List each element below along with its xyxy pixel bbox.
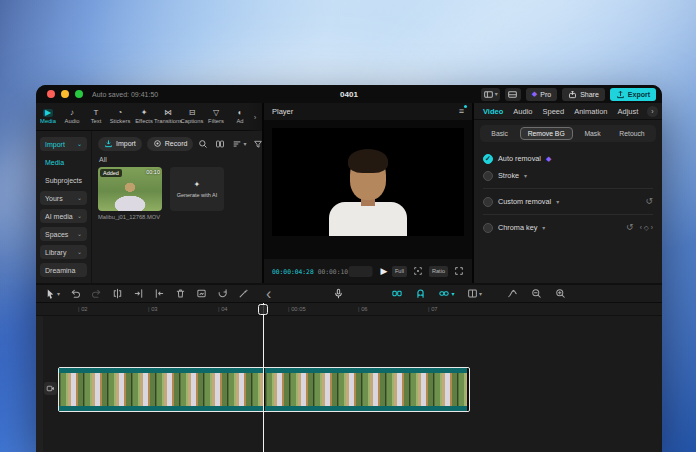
- zoom-out-button[interactable]: [528, 287, 545, 301]
- share-button[interactable]: Share: [562, 88, 605, 101]
- undo-button[interactable]: [67, 287, 84, 301]
- caret-down-icon[interactable]: ▾: [542, 224, 545, 231]
- inspector-subtab[interactable]: Mask: [577, 128, 607, 139]
- media-clip-thumbnail[interactable]: Added 00:10: [98, 167, 162, 211]
- delete-left-button[interactable]: [130, 287, 147, 301]
- custom-removal-checkbox[interactable]: [483, 197, 493, 207]
- pro-gem-icon: ◆: [532, 90, 537, 98]
- record-button[interactable]: Record: [147, 137, 194, 151]
- view-layout-icon[interactable]: [215, 139, 225, 149]
- ribbon-tab[interactable]: ◔ Stickers: [108, 103, 132, 130]
- track-toggle-button[interactable]: [44, 382, 57, 395]
- timeline-ruler[interactable]: 02030400:050607: [36, 303, 662, 316]
- inspector-tab[interactable]: Adjust: [618, 107, 639, 116]
- inspector-tab[interactable]: Audio: [513, 107, 532, 116]
- redo-button[interactable]: [88, 287, 105, 301]
- frame-step-controls[interactable]: [349, 266, 373, 277]
- quality-selector[interactable]: Full: [392, 266, 407, 277]
- zoom-in-button[interactable]: [552, 287, 569, 301]
- player-menu-button[interactable]: ≡: [459, 107, 464, 116]
- selected-video-clip-group[interactable]: [58, 367, 470, 412]
- ribbon-tab[interactable]: ▽ Filters: [204, 103, 228, 130]
- inspector-tabs-overflow-button[interactable]: ›: [647, 106, 658, 117]
- layout-preset-button[interactable]: ▾: [481, 88, 500, 101]
- close-button[interactable]: [47, 90, 55, 98]
- delete-button[interactable]: [172, 287, 189, 301]
- sidebar-item[interactable]: Import ⌄: [40, 137, 87, 151]
- sidebar-item[interactable]: Library ⌄: [40, 245, 87, 259]
- toolbar-collapse-button[interactable]: ‹: [266, 285, 271, 303]
- delete-right-button[interactable]: [151, 287, 168, 301]
- ribbon-tab[interactable]: ♪ Audio: [60, 103, 84, 130]
- snapping-toggle[interactable]: [412, 287, 429, 301]
- selection-corner-handle[interactable]: [272, 128, 278, 134]
- caret-down-icon[interactable]: ▾: [556, 198, 559, 205]
- reset-icon[interactable]: ↺: [626, 223, 634, 232]
- caret-down-icon: ⌄: [77, 213, 82, 219]
- inspector-subtab[interactable]: Basic: [484, 128, 515, 139]
- video-clip-right[interactable]: [265, 368, 467, 411]
- sort-button[interactable]: ▾: [232, 139, 246, 149]
- media-filter-all-label[interactable]: All: [99, 156, 267, 163]
- ripple-toggle[interactable]: [388, 287, 405, 301]
- inspector-subtab[interactable]: Remove BG: [520, 127, 573, 140]
- selection-corner-handle[interactable]: [272, 230, 278, 236]
- sidebar-item[interactable]: Subprojects ⌄: [40, 173, 87, 187]
- ratio-selector[interactable]: Ratio: [429, 266, 448, 277]
- zoom-button[interactable]: [75, 90, 83, 98]
- preview-axis-toggle[interactable]: ▾: [464, 287, 485, 301]
- delete-right-icon: [154, 288, 165, 299]
- timeline-toolbar: ▾: [36, 285, 662, 303]
- linking-toggle[interactable]: ▾: [436, 287, 457, 301]
- inspector-tab[interactable]: Animation: [574, 107, 607, 116]
- ribbon-tab[interactable]: ✦ Effects: [132, 103, 156, 130]
- panel-layout-button[interactable]: [505, 88, 521, 101]
- ribbon-tabs-overflow-button[interactable]: ›: [248, 103, 262, 131]
- ribbon-tab[interactable]: ⋈ Transitions: [156, 103, 180, 130]
- freeze-frame-button[interactable]: [193, 287, 210, 301]
- minimize-button[interactable]: [61, 90, 69, 98]
- sidebar-item[interactable]: Spaces ⌄: [40, 227, 87, 241]
- inspector-tab[interactable]: Video: [483, 107, 503, 116]
- split-button[interactable]: [109, 287, 126, 301]
- playhead[interactable]: [263, 303, 264, 452]
- keyframe-controls[interactable]: ‹ ◇ ›: [640, 224, 653, 232]
- caret-down-icon[interactable]: ▾: [524, 172, 527, 179]
- reset-icon[interactable]: ↺: [645, 197, 653, 206]
- generate-with-ai-card[interactable]: ✦ Generate with AI: [170, 167, 224, 211]
- custom-removal-label: Custom removal: [498, 197, 551, 206]
- ribbon-tab[interactable]: ⊟ Captions: [180, 103, 204, 130]
- voiceover-button[interactable]: [330, 287, 347, 301]
- sidebar-item[interactable]: Yours ⌄: [40, 191, 87, 205]
- selection-corner-handle[interactable]: [458, 128, 464, 134]
- sidebar-item[interactable]: Media ⌄: [40, 155, 87, 169]
- playhead-handle[interactable]: [258, 304, 268, 315]
- play-button[interactable]: ▶: [381, 267, 388, 276]
- auto-removal-checkbox[interactable]: ✓: [483, 154, 493, 164]
- keyframe-prev-icon[interactable]: ‹: [640, 224, 642, 231]
- fullscreen-icon[interactable]: [454, 266, 464, 276]
- sidebar-item[interactable]: AI media ⌄: [40, 209, 87, 223]
- magic-tool-button[interactable]: [235, 287, 252, 301]
- keyframe-next-icon[interactable]: ›: [651, 224, 653, 231]
- inspector-tab[interactable]: Speed: [542, 107, 564, 116]
- pro-button[interactable]: ◆ Pro: [526, 88, 557, 101]
- search-icon[interactable]: [198, 139, 208, 149]
- export-button[interactable]: Export: [610, 88, 656, 101]
- reverse-button[interactable]: [214, 287, 231, 301]
- sidebar-item[interactable]: Dreamina ⌄: [40, 263, 87, 277]
- ribbon-tab[interactable]: ▶ Media: [36, 103, 60, 130]
- select-tool-button[interactable]: ▾: [42, 287, 63, 301]
- keyframe-diamond-icon[interactable]: ◇: [644, 224, 649, 232]
- inspector-subtab[interactable]: Retouch: [612, 128, 651, 139]
- focus-icon[interactable]: [413, 266, 423, 276]
- video-preview[interactable]: [272, 128, 464, 236]
- chroma-key-checkbox[interactable]: [483, 223, 493, 233]
- video-clip-left[interactable]: [59, 368, 263, 411]
- ribbon-tab[interactable]: T Text: [84, 103, 108, 130]
- import-media-button[interactable]: Import: [98, 137, 142, 151]
- selection-corner-handle[interactable]: [458, 230, 464, 236]
- stroke-checkbox[interactable]: [483, 171, 493, 181]
- keyframe-graph-button[interactable]: [504, 287, 521, 301]
- track-area[interactable]: [36, 316, 662, 452]
